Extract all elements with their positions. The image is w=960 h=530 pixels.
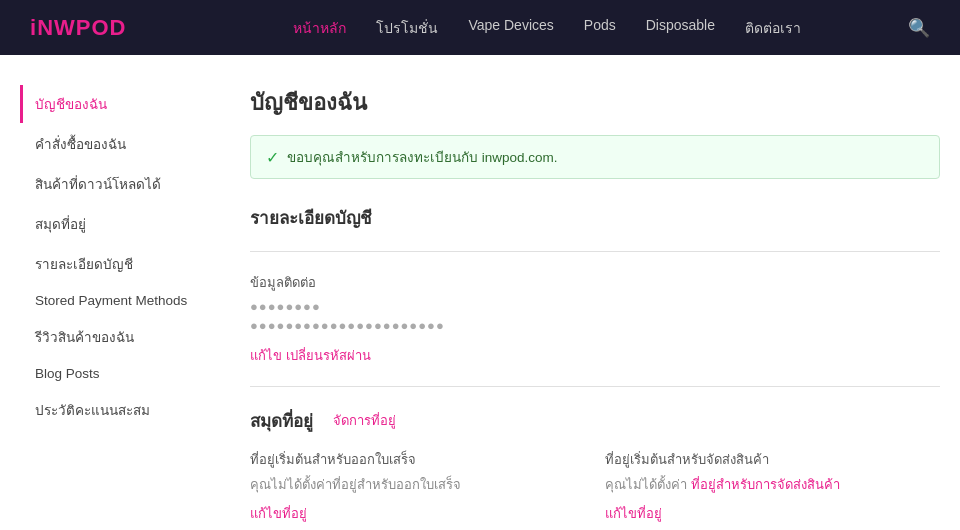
shipping-edit-link[interactable]: แก้ไขที่อยู่ bbox=[605, 503, 662, 524]
main-content: บัญชีของฉัน ✓ ขอบคุณสำหรับการลงทะเบียนกั… bbox=[250, 85, 940, 524]
success-banner: ✓ ขอบคุณสำหรับการลงทะเบียนกับ inwpod.com… bbox=[250, 135, 940, 179]
divider-top bbox=[250, 251, 940, 252]
sidebar-item-orders[interactable]: คำสั่งซื้อของฉัน bbox=[20, 125, 220, 163]
sidebar-item-addresses[interactable]: สมุดที่อยู่ bbox=[20, 205, 220, 243]
sidebar-item-history[interactable]: ประวัติคะแนนสะสม bbox=[20, 391, 220, 429]
shipping-not-set: คุณไม่ได้ตั้งค่า ที่อยู่สำหรับการจัดส่งส… bbox=[605, 474, 940, 495]
manage-address-link[interactable]: จัดการที่อยู่ bbox=[333, 410, 396, 431]
main-nav: หน้าหลัก โปรโมชั่น Vape Devices Pods Dis… bbox=[186, 17, 908, 39]
nav-item-disposable[interactable]: Disposable bbox=[646, 17, 715, 39]
sidebar-item-account[interactable]: บัญชีของฉัน bbox=[20, 85, 220, 123]
header: iNWPOD หน้าหลัก โปรโมชั่น Vape Devices P… bbox=[0, 0, 960, 55]
check-icon: ✓ bbox=[266, 148, 279, 167]
masked-email: ●●●●●●●●●●●●●●●●●●●●●● bbox=[250, 318, 940, 333]
account-details-section: รายละเอียดบัญชี ข้อมูลติดต่อ ●●●●●●●● ●●… bbox=[250, 204, 940, 366]
page-title: บัญชีของฉัน bbox=[250, 85, 940, 120]
search-icon[interactable]: 🔍 bbox=[908, 17, 930, 39]
sidebar-item-account-details[interactable]: รายละเอียดบัญชี bbox=[20, 245, 220, 283]
sidebar-item-payment-methods[interactable]: Stored Payment Methods bbox=[20, 285, 220, 316]
shipping-address-box: ที่อยู่เริ่มต้นสำหรับจัดส่งสินค้า คุณไม่… bbox=[605, 449, 940, 524]
address-title: สมุดที่อยู่ bbox=[250, 407, 313, 434]
success-message: ขอบคุณสำหรับการลงทะเบียนกับ inwpod.com. bbox=[287, 146, 558, 168]
billing-label: ที่อยู่เริ่มต้นสำหรับออกใบเสร็จ bbox=[250, 449, 585, 470]
sidebar: บัญชีของฉัน คำสั่งซื้อของฉัน สินค้าที่ดา… bbox=[20, 85, 220, 524]
sidebar-item-downloads[interactable]: สินค้าที่ดาวน์โหลดได้ bbox=[20, 165, 220, 203]
address-section: สมุดที่อยู่ จัดการที่อยู่ ที่อยู่เริ่มต้… bbox=[250, 407, 940, 524]
nav-item-home[interactable]: หน้าหลัก bbox=[293, 17, 346, 39]
sidebar-item-reviews[interactable]: รีวิวสินค้าของฉัน bbox=[20, 318, 220, 356]
contact-info-label: ข้อมูลติดต่อ bbox=[250, 272, 940, 293]
edit-password-link[interactable]: แก้ไข เปลี่ยนรหัสผ่าน bbox=[250, 345, 371, 366]
page-container: บัญชีของฉัน คำสั่งซื้อของฉัน สินค้าที่ดา… bbox=[0, 55, 960, 530]
divider-address bbox=[250, 386, 940, 387]
address-header-row: สมุดที่อยู่ จัดการที่อยู่ bbox=[250, 407, 940, 434]
shipping-not-set-part1: คุณไม่ได้ตั้งค่า bbox=[605, 477, 687, 492]
billing-address-box: ที่อยู่เริ่มต้นสำหรับออกใบเสร็จ คุณไม่ได… bbox=[250, 449, 585, 524]
logo-brand: NWPOD bbox=[37, 15, 126, 40]
account-details-title: รายละเอียดบัญชี bbox=[250, 204, 940, 231]
nav-item-contact[interactable]: ติดต่อเรา bbox=[745, 17, 801, 39]
nav-item-pods[interactable]: Pods bbox=[584, 17, 616, 39]
shipping-label: ที่อยู่เริ่มต้นสำหรับจัดส่งสินค้า bbox=[605, 449, 940, 470]
billing-edit-link[interactable]: แก้ไขที่อยู่ bbox=[250, 503, 307, 524]
shipping-not-set-link[interactable]: ที่อยู่สำหรับการจัดส่งสินค้า bbox=[691, 477, 840, 492]
nav-item-promo[interactable]: โปรโมชั่น bbox=[376, 17, 438, 39]
logo: iNWPOD bbox=[30, 15, 126, 41]
billing-not-set: คุณไม่ได้ตั้งค่าที่อยู่สำหรับออกใบเสร็จ bbox=[250, 474, 585, 495]
masked-name: ●●●●●●●● bbox=[250, 299, 940, 314]
nav-item-vape[interactable]: Vape Devices bbox=[468, 17, 553, 39]
sidebar-item-blog-posts[interactable]: Blog Posts bbox=[20, 358, 220, 389]
address-grid: ที่อยู่เริ่มต้นสำหรับออกใบเสร็จ คุณไม่ได… bbox=[250, 449, 940, 524]
